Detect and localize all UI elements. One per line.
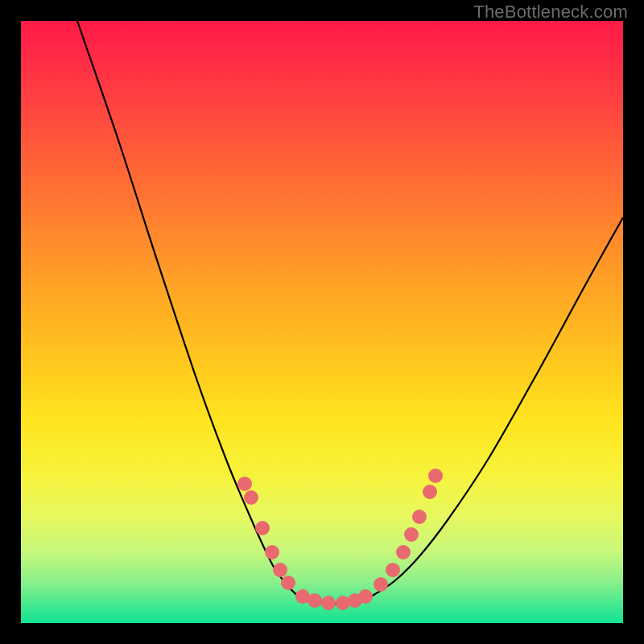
data-dot [255, 521, 270, 535]
data-dots [237, 469, 443, 610]
data-dot [281, 576, 295, 590]
data-dot [374, 577, 388, 592]
data-dot [404, 527, 419, 542]
data-dot [428, 469, 443, 483]
data-dot [265, 545, 279, 559]
data-dot [336, 596, 350, 610]
data-dot [412, 510, 427, 524]
chart-frame: TheBottleneck.com [0, 0, 644, 644]
bottleneck-curve [77, 21, 623, 604]
data-dot [396, 545, 411, 559]
plot-area [21, 21, 623, 623]
watermark-label: TheBottleneck.com [473, 2, 628, 23]
data-dot [358, 589, 373, 604]
data-dot [321, 596, 336, 610]
data-dot [244, 490, 258, 505]
data-dot [273, 563, 287, 577]
data-dot [423, 485, 437, 499]
data-dot [386, 563, 400, 577]
curve-layer [21, 21, 623, 623]
data-dot [237, 477, 252, 491]
data-dot [308, 593, 322, 608]
